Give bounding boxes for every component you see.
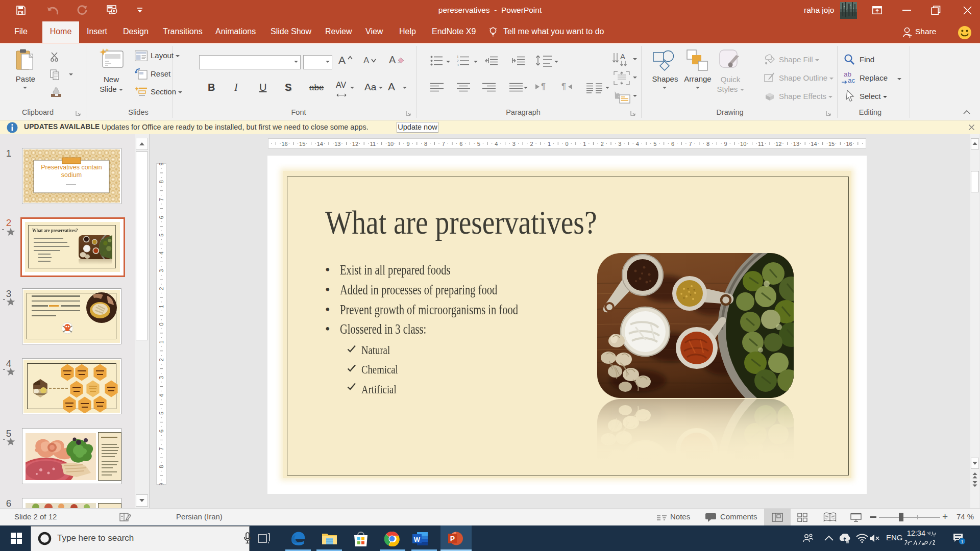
- svg-text:3: 3: [512, 141, 516, 147]
- svg-text:1: 1: [158, 340, 164, 343]
- svg-text:0: 0: [566, 141, 569, 147]
- svg-text:6: 6: [459, 141, 462, 147]
- svg-text:9: 9: [724, 141, 727, 147]
- svg-text:12: 12: [775, 141, 781, 147]
- svg-text:0: 0: [158, 322, 164, 325]
- svg-text:16: 16: [846, 141, 852, 147]
- svg-text:5: 5: [158, 412, 164, 415]
- svg-text:6: 6: [158, 430, 164, 433]
- svg-text:1: 1: [961, 539, 963, 544]
- svg-text:12: 12: [352, 141, 358, 147]
- svg-text:2: 2: [158, 287, 164, 290]
- svg-text:5: 5: [158, 234, 164, 237]
- svg-text:8: 8: [158, 180, 164, 183]
- svg-text:10: 10: [387, 141, 394, 147]
- svg-text:8: 8: [158, 465, 164, 468]
- svg-text:8: 8: [424, 141, 427, 147]
- svg-text:2: 2: [530, 141, 533, 147]
- svg-text:11: 11: [370, 141, 376, 147]
- svg-text:W: W: [414, 536, 421, 543]
- svg-text:10: 10: [740, 141, 746, 147]
- svg-text:3: 3: [158, 376, 164, 379]
- svg-text:P: P: [450, 535, 455, 543]
- svg-text:4: 4: [158, 394, 164, 397]
- svg-text:5: 5: [653, 141, 656, 147]
- svg-text:3: 3: [158, 269, 164, 272]
- svg-text:4: 4: [495, 141, 498, 147]
- svg-text:6: 6: [671, 141, 674, 147]
- svg-text:7: 7: [158, 447, 164, 450]
- svg-text:13: 13: [793, 141, 799, 147]
- svg-text:9: 9: [158, 483, 164, 485]
- svg-text:7: 7: [158, 198, 164, 201]
- svg-text:14: 14: [811, 141, 817, 147]
- svg-text:7: 7: [442, 141, 445, 147]
- svg-text:A: A: [620, 52, 625, 61]
- svg-text:14: 14: [317, 141, 323, 147]
- svg-text:4: 4: [636, 141, 639, 147]
- svg-text:9: 9: [158, 163, 164, 165]
- svg-text:5: 5: [477, 141, 480, 147]
- svg-text:2: 2: [158, 358, 164, 361]
- svg-text:4: 4: [158, 252, 164, 255]
- svg-text:15: 15: [828, 141, 835, 147]
- svg-text:13: 13: [334, 141, 340, 147]
- svg-text:3: 3: [618, 141, 621, 147]
- svg-text:16: 16: [281, 141, 287, 147]
- svg-text:15: 15: [299, 141, 305, 147]
- svg-text:7: 7: [689, 141, 692, 147]
- svg-text:1: 1: [158, 305, 164, 308]
- svg-text:6: 6: [158, 216, 164, 219]
- svg-text:1: 1: [548, 141, 551, 147]
- svg-text:9: 9: [407, 141, 410, 147]
- svg-text:11: 11: [758, 141, 764, 147]
- svg-text:8: 8: [706, 141, 709, 147]
- svg-text:2: 2: [601, 141, 604, 147]
- svg-text:1: 1: [583, 141, 586, 147]
